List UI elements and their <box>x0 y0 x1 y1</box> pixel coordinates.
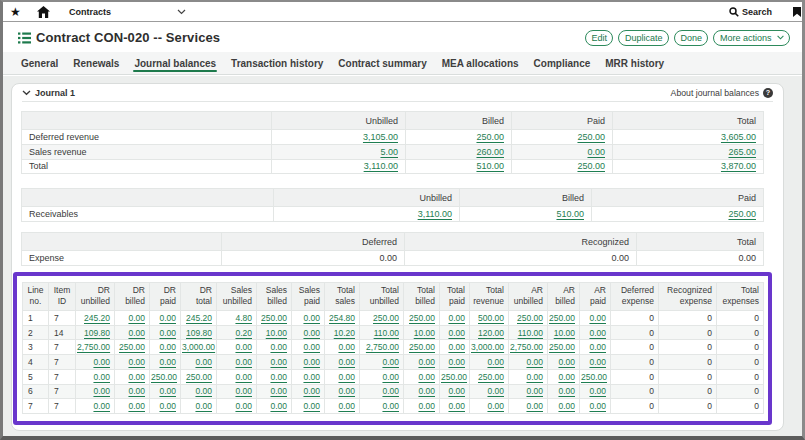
amount-link[interactable]: 3,000.00 <box>471 342 504 352</box>
amount-link[interactable]: 250.00 <box>119 342 145 352</box>
amount-link[interactable]: 0.00 <box>558 372 575 382</box>
amount-link[interactable]: 0.00 <box>526 372 543 382</box>
amount-link[interactable]: 5.00 <box>380 147 398 157</box>
tab-transaction-history[interactable]: Transaction history <box>231 52 323 74</box>
amount-link[interactable]: 250.00 <box>517 313 543 323</box>
edit-button[interactable]: Edit <box>585 30 614 46</box>
amount-link[interactable]: 3,110.00 <box>364 161 398 171</box>
amount-link[interactable]: 265.00 <box>728 147 756 157</box>
amount-link[interactable]: 0.00 <box>589 328 606 338</box>
amount-link[interactable]: 0.00 <box>338 342 355 352</box>
amount-link[interactable]: 0.00 <box>382 357 399 367</box>
amount-link[interactable]: 0.00 <box>159 401 176 411</box>
amount-link[interactable]: 0.00 <box>418 386 435 396</box>
amount-link[interactable]: 0.00 <box>558 401 575 411</box>
amount-link[interactable]: 250.00 <box>478 372 504 382</box>
amount-link[interactable]: 0.00 <box>526 401 543 411</box>
amount-link[interactable]: 0.00 <box>235 372 252 382</box>
amount-link[interactable]: 0.00 <box>93 357 110 367</box>
amount-link[interactable]: 0.00 <box>487 357 504 367</box>
amount-link[interactable]: 0.00 <box>159 342 176 352</box>
amount-link[interactable]: 0.00 <box>448 328 465 338</box>
amount-link[interactable]: 0.00 <box>128 328 145 338</box>
amount-link[interactable]: 0.00 <box>270 372 287 382</box>
amount-link[interactable]: 250.00 <box>441 372 467 382</box>
amount-link[interactable]: 0.20 <box>235 328 252 338</box>
amount-link[interactable]: 0.00 <box>128 401 145 411</box>
amount-link[interactable]: 0.00 <box>235 342 252 352</box>
amount-link[interactable]: 250.00 <box>728 209 756 219</box>
amount-link[interactable]: 3,000.00 <box>182 342 215 352</box>
journal-section-title[interactable]: Journal 1 <box>35 88 75 98</box>
amount-link[interactable]: 0.00 <box>558 386 575 396</box>
amount-link[interactable]: 0.00 <box>589 357 606 367</box>
amount-link[interactable]: 109.80 <box>186 328 212 338</box>
done-button[interactable]: Done <box>674 30 709 46</box>
amount-link[interactable]: 250.00 <box>409 313 435 323</box>
amount-link[interactable]: 250.00 <box>373 313 399 323</box>
amount-link[interactable]: 250.00 <box>581 372 607 382</box>
amount-link[interactable]: 250.00 <box>186 372 212 382</box>
amount-link[interactable]: 0.00 <box>448 401 465 411</box>
home-icon[interactable] <box>37 2 50 21</box>
amount-link[interactable]: 0.00 <box>303 357 320 367</box>
amount-link[interactable]: 110.00 <box>374 328 399 338</box>
amount-link[interactable]: 10.00 <box>554 328 575 338</box>
amount-link[interactable]: 0.00 <box>448 342 465 352</box>
amount-link[interactable]: 0.00 <box>235 386 252 396</box>
amount-link[interactable]: 2,750.00 <box>77 342 110 352</box>
amount-link[interactable]: 0.00 <box>303 386 320 396</box>
amount-link[interactable]: 250.00 <box>577 132 605 142</box>
amount-link[interactable]: 0.00 <box>303 342 320 352</box>
tab-compliance[interactable]: Compliance <box>534 52 591 74</box>
amount-link[interactable]: 0.00 <box>448 386 465 396</box>
amount-link[interactable]: 0.00 <box>487 386 504 396</box>
amount-link[interactable]: 0.00 <box>418 372 435 382</box>
amount-link[interactable]: 0.00 <box>128 357 145 367</box>
amount-link[interactable]: 0.00 <box>303 372 320 382</box>
amount-link[interactable]: 3,110.00 <box>418 209 452 219</box>
amount-link[interactable]: 510.00 <box>476 161 504 171</box>
amount-link[interactable]: 250.00 <box>409 342 435 352</box>
amount-link[interactable]: 2,750.00 <box>366 342 399 352</box>
amount-link[interactable]: 0.00 <box>270 386 287 396</box>
bookmark-icon[interactable] <box>793 2 801 21</box>
about-journal-balances-link[interactable]: About journal balances ? <box>671 88 773 98</box>
amount-link[interactable]: 250.00 <box>151 372 177 382</box>
amount-link[interactable]: 0.00 <box>128 313 145 323</box>
amount-link[interactable]: 0.00 <box>93 386 110 396</box>
amount-link[interactable]: 0.00 <box>338 386 355 396</box>
amount-link[interactable]: 0.00 <box>270 401 287 411</box>
amount-link[interactable]: 0.00 <box>338 401 355 411</box>
amount-link[interactable]: 3,605.00 <box>721 132 756 142</box>
amount-link[interactable]: 0.00 <box>526 357 543 367</box>
amount-link[interactable]: 10.00 <box>414 328 435 338</box>
amount-link[interactable]: 0.00 <box>159 357 176 367</box>
amount-link[interactable]: 0.00 <box>270 342 287 352</box>
amount-link[interactable]: 0.00 <box>589 313 606 323</box>
nav-chevron-down-icon[interactable] <box>177 2 186 21</box>
amount-link[interactable]: 250.00 <box>261 313 287 323</box>
amount-link[interactable]: 250.00 <box>476 132 504 142</box>
amount-link[interactable]: 0.00 <box>338 372 355 382</box>
amount-link[interactable]: 0.00 <box>159 328 176 338</box>
amount-link[interactable]: 0.00 <box>589 342 606 352</box>
nav-entity-label[interactable]: Contracts <box>69 2 111 21</box>
amount-link[interactable]: 0.00 <box>303 328 320 338</box>
tab-mea-allocations[interactable]: MEA allocations <box>442 52 519 74</box>
tab-contract-summary[interactable]: Contract summary <box>338 52 426 74</box>
more-actions-button[interactable]: More actions <box>713 30 790 46</box>
amount-link[interactable]: 0.00 <box>303 401 320 411</box>
amount-link[interactable]: 0.00 <box>589 386 606 396</box>
tab-renewals[interactable]: Renewals <box>73 52 119 74</box>
tab-journal-balances[interactable]: Journal balances <box>134 52 216 74</box>
amount-link[interactable]: 0.00 <box>93 401 110 411</box>
amount-link[interactable]: 0.00 <box>338 357 355 367</box>
amount-link[interactable]: 0.00 <box>418 401 435 411</box>
amount-link[interactable]: 260.00 <box>476 147 504 157</box>
amount-link[interactable]: 0.00 <box>235 401 252 411</box>
amount-link[interactable]: 0.00 <box>589 401 606 411</box>
amount-link[interactable]: 0.00 <box>448 357 465 367</box>
amount-link[interactable]: 0.00 <box>159 313 176 323</box>
amount-link[interactable]: 0.00 <box>526 386 543 396</box>
